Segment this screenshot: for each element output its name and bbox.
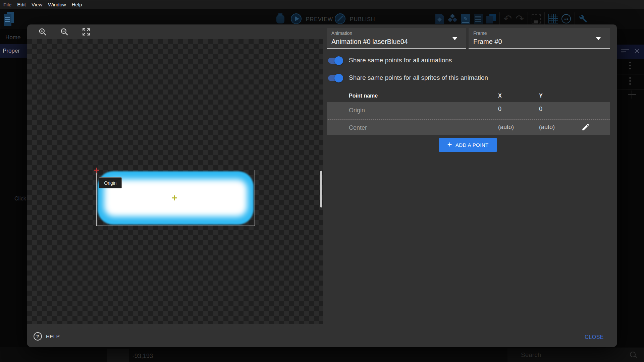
toolbar-divider <box>528 12 528 25</box>
settings-wrench-icon[interactable] <box>579 14 588 23</box>
share-points-all-sprites-toggle[interactable] <box>328 75 342 81</box>
publish-icon[interactable] <box>335 13 345 24</box>
fit-to-screen-icon[interactable] <box>82 27 91 36</box>
menu-file[interactable]: File <box>3 2 11 7</box>
redo-icon[interactable]: ↷ <box>516 14 524 24</box>
add-a-point-button[interactable]: + ADD A POINT <box>439 138 497 152</box>
column-header-point-name: Point name <box>349 93 378 99</box>
dialog-footer: ? HELP CLOSE <box>27 324 617 347</box>
chevron-down-icon <box>596 37 601 40</box>
zoom-ratio-icon[interactable]: 1:1 <box>561 14 571 23</box>
project-manager-icon[interactable] <box>4 12 15 26</box>
origin-x-input[interactable]: 0 <box>498 106 521 114</box>
filter-icon[interactable] <box>621 49 629 54</box>
search-bar[interactable]: Search <box>507 348 644 362</box>
menu-help[interactable]: Help <box>72 2 82 7</box>
preview-button[interactable]: PREVIEW <box>306 16 333 22</box>
column-header-y: Y <box>539 93 543 99</box>
toggle-label: Share same points for all animations <box>349 57 452 64</box>
edit-scene-icon[interactable]: ✎ <box>461 14 470 24</box>
help-label: HELP <box>46 334 60 339</box>
plus-icon: + <box>447 140 452 149</box>
edit-points-dialog: Origin Animation Animation #0 laserBlue0… <box>27 24 617 347</box>
table-row-origin: Origin 0 0 <box>327 102 610 119</box>
undo-icon[interactable]: ↶ <box>503 14 512 24</box>
column-header-x: X <box>498 93 502 99</box>
preview-scrollbar[interactable] <box>320 171 322 207</box>
point-name: Origin <box>349 107 365 114</box>
zoom-in-icon[interactable] <box>38 27 47 36</box>
point-name: Center <box>349 124 367 131</box>
help-button[interactable]: ? HELP <box>34 332 60 341</box>
origin-point-marker[interactable] <box>94 168 99 173</box>
close-button[interactable]: CLOSE <box>585 334 604 340</box>
frame-select[interactable]: Frame Frame #0 <box>469 28 610 49</box>
object-group-icon[interactable] <box>448 14 457 24</box>
selection-mask-icon[interactable] <box>532 14 541 23</box>
chevron-down-icon <box>452 37 458 40</box>
animation-select-value: Animation #0 laserBlue04 <box>331 38 408 46</box>
search-input[interactable]: Search <box>521 351 541 359</box>
page-front-shape <box>4 14 11 26</box>
origin-point-tooltip: Origin <box>99 177 122 188</box>
more-options-icon[interactable] <box>629 77 631 85</box>
center-y-value: (auto) <box>539 124 555 131</box>
menu-edit[interactable]: Edit <box>17 2 26 7</box>
object-icon[interactable] <box>435 14 444 24</box>
frame-select-label: Frame <box>473 31 487 36</box>
menu-view[interactable]: View <box>32 2 42 7</box>
menu-bar: File Edit View Window Help <box>0 0 644 9</box>
panel-header <box>617 45 644 59</box>
center-point-marker[interactable] <box>172 195 177 200</box>
toolbar-divider <box>544 12 545 25</box>
center-x-value: (auto) <box>498 124 514 131</box>
tab-home[interactable]: Home <box>5 34 20 41</box>
publish-button[interactable]: PUBLISH <box>350 16 375 22</box>
app-window: File Edit View Window Help PREVIEW PUBLI… <box>0 0 644 362</box>
sprite-preview-canvas[interactable]: Origin <box>27 39 323 324</box>
add-a-point-label: ADD A POINT <box>455 142 489 148</box>
edit-center-point-icon[interactable] <box>581 123 590 131</box>
help-icon: ? <box>34 332 42 341</box>
status-divider-block <box>107 349 129 362</box>
debug-icon[interactable] <box>276 15 284 23</box>
status-bar: -93;193 Search <box>0 347 644 362</box>
panel-divider <box>617 74 644 74</box>
share-points-all-animations-toggle[interactable] <box>328 58 342 64</box>
search-icon <box>629 351 637 359</box>
grid-icon[interactable] <box>548 14 558 23</box>
tab-properties[interactable]: Proper <box>0 44 27 58</box>
frame-select-value: Frame #0 <box>473 38 502 46</box>
toolbar-divider <box>575 12 575 25</box>
animation-select[interactable]: Animation Animation #0 laserBlue04 <box>327 28 466 49</box>
animation-select-label: Animation <box>331 31 352 36</box>
close-panel-icon[interactable] <box>634 48 640 54</box>
properties-hint-text: Click <box>14 196 27 202</box>
zoom-out-icon[interactable] <box>60 27 69 36</box>
toolbar-divider <box>499 12 500 25</box>
panel-divider <box>617 89 644 90</box>
cursor-coordinates: -93;193 <box>132 353 153 360</box>
origin-y-input[interactable]: 0 <box>539 106 562 114</box>
toggle-label: Share same points for all sprites of thi… <box>349 74 488 81</box>
toolbar-right-icons: ✎ ↶ ↷ 1:1 <box>435 13 588 25</box>
globe-icon <box>336 15 344 22</box>
table-row-center: Center (auto) (auto) <box>327 119 610 135</box>
play-icon[interactable] <box>291 13 302 24</box>
menu-window[interactable]: Window <box>48 2 66 7</box>
instances-list-icon[interactable] <box>474 14 483 24</box>
more-options-icon[interactable] <box>629 62 631 69</box>
layers-icon[interactable] <box>486 14 496 24</box>
add-icon[interactable] <box>628 90 636 99</box>
panel-divider <box>617 59 644 59</box>
play-triangle-icon <box>295 16 299 21</box>
